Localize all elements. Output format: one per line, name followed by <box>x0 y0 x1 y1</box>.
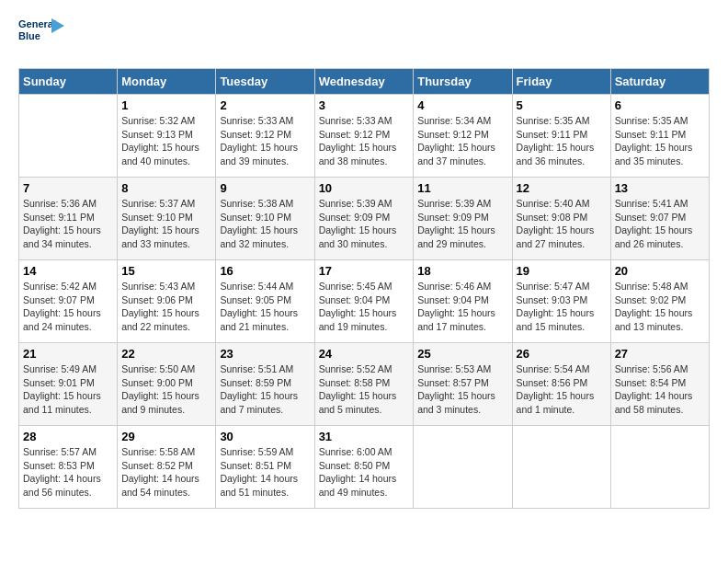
day-number: 29 <box>121 430 211 443</box>
day-info: Sunrise: 5:54 AM Sunset: 8:56 PM Dayligh… <box>517 362 607 417</box>
calendar-cell: 28Sunrise: 5:57 AM Sunset: 8:53 PM Dayli… <box>19 426 118 509</box>
calendar-cell: 11Sunrise: 5:39 AM Sunset: 9:09 PM Dayli… <box>414 178 512 260</box>
day-info: Sunrise: 5:38 AM Sunset: 9:10 PM Dayligh… <box>220 197 310 251</box>
calendar-table: SundayMondayTuesdayWednesdayThursdayFrid… <box>18 68 710 509</box>
calendar-cell: 29Sunrise: 5:58 AM Sunset: 8:52 PM Dayli… <box>118 426 216 509</box>
calendar-week-row: 28Sunrise: 5:57 AM Sunset: 8:53 PM Dayli… <box>19 426 710 509</box>
day-number: 10 <box>319 181 410 195</box>
day-number: 16 <box>220 264 310 278</box>
calendar-cell: 13Sunrise: 5:41 AM Sunset: 9:07 PM Dayli… <box>610 178 709 260</box>
day-info: Sunrise: 5:39 AM Sunset: 9:09 PM Dayligh… <box>319 197 410 251</box>
day-info: Sunrise: 5:41 AM Sunset: 9:07 PM Dayligh… <box>615 197 705 251</box>
day-info: Sunrise: 5:53 AM Sunset: 8:57 PM Dayligh… <box>417 362 507 417</box>
day-info: Sunrise: 5:40 AM Sunset: 9:08 PM Dayligh… <box>517 197 607 251</box>
day-number: 11 <box>417 181 507 195</box>
day-info: Sunrise: 6:00 AM Sunset: 8:50 PM Dayligh… <box>319 445 410 500</box>
calendar-cell: 10Sunrise: 5:39 AM Sunset: 9:09 PM Dayli… <box>314 178 414 260</box>
calendar-cell: 3Sunrise: 5:33 AM Sunset: 9:12 PM Daylig… <box>314 95 414 178</box>
day-number: 4 <box>417 98 507 112</box>
day-number: 7 <box>23 181 113 195</box>
day-number: 23 <box>220 347 310 361</box>
calendar-cell: 25Sunrise: 5:53 AM Sunset: 8:57 PM Dayli… <box>414 343 512 426</box>
day-number: 18 <box>417 264 507 278</box>
day-info: Sunrise: 5:51 AM Sunset: 8:59 PM Dayligh… <box>220 362 310 417</box>
calendar-cell: 2Sunrise: 5:33 AM Sunset: 9:12 PM Daylig… <box>216 95 314 178</box>
calendar-week-row: 21Sunrise: 5:49 AM Sunset: 9:01 PM Dayli… <box>19 343 710 426</box>
calendar-cell: 9Sunrise: 5:38 AM Sunset: 9:10 PM Daylig… <box>216 178 314 260</box>
calendar-cell: 7Sunrise: 5:36 AM Sunset: 9:11 PM Daylig… <box>19 178 118 260</box>
weekday-header-cell: Tuesday <box>216 69 314 95</box>
day-info: Sunrise: 5:46 AM Sunset: 9:04 PM Dayligh… <box>417 280 507 334</box>
day-info: Sunrise: 5:35 AM Sunset: 9:11 PM Dayligh… <box>615 114 705 168</box>
day-info: Sunrise: 5:36 AM Sunset: 9:11 PM Dayligh… <box>23 197 113 251</box>
day-info: Sunrise: 5:50 AM Sunset: 9:00 PM Dayligh… <box>121 362 211 417</box>
calendar-cell: 27Sunrise: 5:56 AM Sunset: 8:54 PM Dayli… <box>610 343 709 426</box>
calendar-cell: 23Sunrise: 5:51 AM Sunset: 8:59 PM Dayli… <box>216 343 314 426</box>
calendar-cell <box>19 95 118 178</box>
day-info: Sunrise: 5:35 AM Sunset: 9:11 PM Dayligh… <box>517 114 607 168</box>
calendar-cell: 24Sunrise: 5:52 AM Sunset: 8:58 PM Dayli… <box>314 343 414 426</box>
day-number: 6 <box>615 98 705 112</box>
day-number: 12 <box>517 181 607 195</box>
calendar-week-row: 7Sunrise: 5:36 AM Sunset: 9:11 PM Daylig… <box>19 178 710 260</box>
day-number: 24 <box>319 347 410 361</box>
day-number: 5 <box>517 98 607 112</box>
calendar-cell: 12Sunrise: 5:40 AM Sunset: 9:08 PM Dayli… <box>512 178 610 260</box>
calendar-cell <box>414 426 512 509</box>
day-number: 30 <box>220 430 310 443</box>
day-info: Sunrise: 5:52 AM Sunset: 8:58 PM Dayligh… <box>319 362 410 417</box>
weekday-header-cell: Monday <box>118 69 216 95</box>
day-info: Sunrise: 5:37 AM Sunset: 9:10 PM Dayligh… <box>121 197 211 251</box>
calendar-cell: 17Sunrise: 5:45 AM Sunset: 9:04 PM Dayli… <box>314 260 414 343</box>
calendar-cell: 21Sunrise: 5:49 AM Sunset: 9:01 PM Dayli… <box>19 343 118 426</box>
calendar-week-row: 1Sunrise: 5:32 AM Sunset: 9:13 PM Daylig… <box>19 95 710 178</box>
calendar-cell: 5Sunrise: 5:35 AM Sunset: 9:11 PM Daylig… <box>512 95 610 178</box>
day-number: 28 <box>23 430 113 443</box>
day-number: 20 <box>615 264 705 278</box>
day-number: 14 <box>23 264 113 278</box>
calendar-cell: 18Sunrise: 5:46 AM Sunset: 9:04 PM Dayli… <box>414 260 512 343</box>
day-number: 13 <box>615 181 705 195</box>
day-number: 8 <box>121 181 211 195</box>
calendar-body: 1Sunrise: 5:32 AM Sunset: 9:13 PM Daylig… <box>19 95 710 509</box>
day-number: 3 <box>319 98 410 112</box>
day-info: Sunrise: 5:48 AM Sunset: 9:02 PM Dayligh… <box>615 280 705 334</box>
day-number: 17 <box>319 264 410 278</box>
day-number: 31 <box>319 430 410 443</box>
day-info: Sunrise: 5:57 AM Sunset: 8:53 PM Dayligh… <box>23 445 113 500</box>
day-number: 1 <box>121 98 211 112</box>
logo: GeneralBlue <box>18 18 61 59</box>
calendar-cell: 15Sunrise: 5:43 AM Sunset: 9:06 PM Dayli… <box>118 260 216 343</box>
day-info: Sunrise: 5:58 AM Sunset: 8:52 PM Dayligh… <box>121 445 211 500</box>
day-number: 27 <box>615 347 705 361</box>
calendar-cell: 20Sunrise: 5:48 AM Sunset: 9:02 PM Dayli… <box>610 260 709 343</box>
day-number: 25 <box>417 347 507 361</box>
day-number: 2 <box>220 98 310 112</box>
day-info: Sunrise: 5:59 AM Sunset: 8:51 PM Dayligh… <box>220 445 310 500</box>
day-info: Sunrise: 5:42 AM Sunset: 9:07 PM Dayligh… <box>23 280 113 334</box>
calendar-cell: 30Sunrise: 5:59 AM Sunset: 8:51 PM Dayli… <box>216 426 314 509</box>
day-info: Sunrise: 5:43 AM Sunset: 9:06 PM Dayligh… <box>121 280 211 334</box>
weekday-header-cell: Wednesday <box>314 69 414 95</box>
weekday-header-cell: Sunday <box>19 69 118 95</box>
day-info: Sunrise: 5:32 AM Sunset: 9:13 PM Dayligh… <box>121 114 211 168</box>
calendar-cell: 31Sunrise: 6:00 AM Sunset: 8:50 PM Dayli… <box>314 426 414 509</box>
calendar-cell: 26Sunrise: 5:54 AM Sunset: 8:56 PM Dayli… <box>512 343 610 426</box>
day-number: 19 <box>517 264 607 278</box>
calendar-cell: 16Sunrise: 5:44 AM Sunset: 9:05 PM Dayli… <box>216 260 314 343</box>
weekday-header-row: SundayMondayTuesdayWednesdayThursdayFrid… <box>19 69 710 95</box>
calendar-cell: 14Sunrise: 5:42 AM Sunset: 9:07 PM Dayli… <box>19 260 118 343</box>
calendar-cell: 6Sunrise: 5:35 AM Sunset: 9:11 PM Daylig… <box>610 95 709 178</box>
day-info: Sunrise: 5:47 AM Sunset: 9:03 PM Dayligh… <box>517 280 607 334</box>
day-info: Sunrise: 5:34 AM Sunset: 9:12 PM Dayligh… <box>417 114 507 168</box>
day-info: Sunrise: 5:39 AM Sunset: 9:09 PM Dayligh… <box>417 197 507 251</box>
calendar-cell: 4Sunrise: 5:34 AM Sunset: 9:12 PM Daylig… <box>414 95 512 178</box>
day-info: Sunrise: 5:56 AM Sunset: 8:54 PM Dayligh… <box>615 362 705 417</box>
weekday-header-cell: Thursday <box>414 69 512 95</box>
day-number: 15 <box>121 264 211 278</box>
day-number: 22 <box>121 347 211 361</box>
day-number: 21 <box>23 347 113 361</box>
day-number: 9 <box>220 181 310 195</box>
day-info: Sunrise: 5:49 AM Sunset: 9:01 PM Dayligh… <box>23 362 113 417</box>
weekday-header-cell: Friday <box>512 69 610 95</box>
